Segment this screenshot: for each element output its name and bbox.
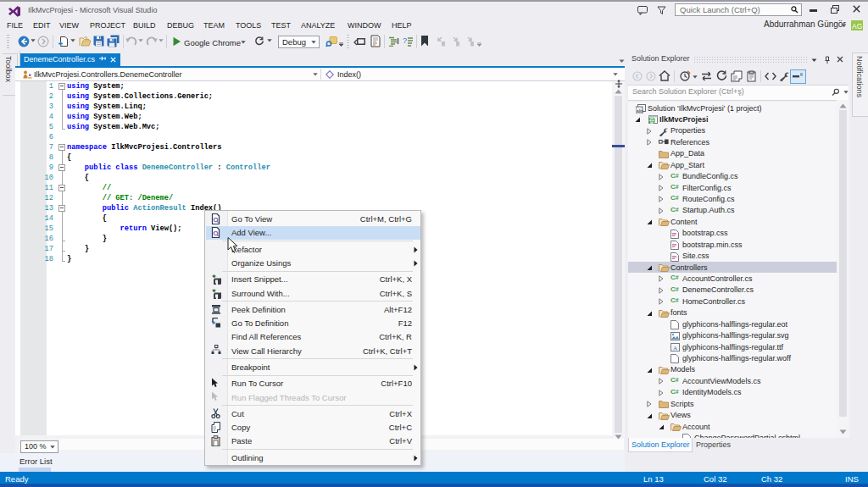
svg-text:A: A (673, 345, 677, 351)
svg-text:?: ? (403, 36, 407, 45)
svg-text:sln: sln (637, 108, 643, 113)
